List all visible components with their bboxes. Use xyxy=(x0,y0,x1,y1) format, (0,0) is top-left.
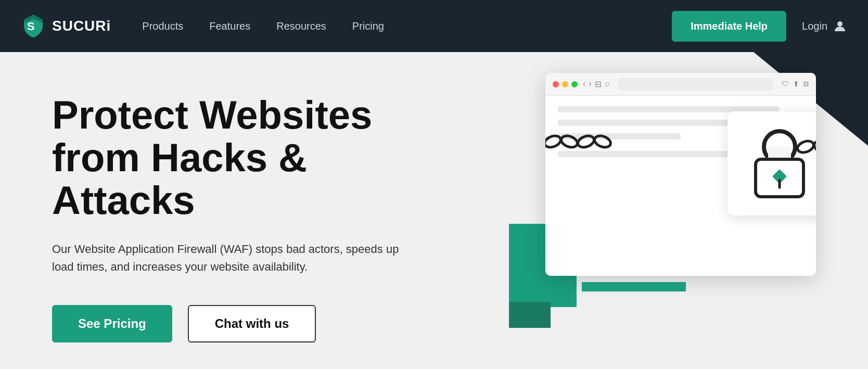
logo-text: SUCURi xyxy=(52,18,111,34)
nav-resources[interactable]: Resources xyxy=(276,20,326,32)
sucuri-logo-icon: S xyxy=(21,14,46,39)
login-area[interactable]: Login xyxy=(802,19,847,33)
svg-point-12 xyxy=(593,134,612,149)
svg-point-10 xyxy=(560,134,579,149)
nav-products[interactable]: Products xyxy=(142,20,183,32)
dot-red xyxy=(553,81,559,87)
tabs-icon: ⊟ xyxy=(595,79,602,89)
shield-icon: 🛡 xyxy=(782,80,789,88)
chat-with-us-button[interactable]: Chat with us xyxy=(188,305,316,342)
dot-green xyxy=(571,81,578,87)
svg-point-13 xyxy=(796,139,815,155)
navbar: S SUCURi Products Features Resources Pri… xyxy=(0,0,868,52)
share-icon: ⬆ xyxy=(793,80,799,88)
nav-links: Products Features Resources Pricing xyxy=(142,20,672,32)
browser-dots xyxy=(553,81,578,87)
search-icon: ⌕ xyxy=(605,79,610,89)
nav-features[interactable]: Features xyxy=(209,20,250,32)
lock-card xyxy=(727,111,816,215)
hero-buttons: See Pricing Chat with us xyxy=(52,305,416,342)
chain-right-icon xyxy=(795,131,816,162)
hero-section: Protect Websites from Hacks & Attacks Ou… xyxy=(0,52,868,369)
user-icon xyxy=(833,19,847,33)
hero-title: Protect Websites from Hacks & Attacks xyxy=(52,94,416,222)
see-pricing-button[interactable]: See Pricing xyxy=(52,305,172,342)
lock-card-container xyxy=(727,111,816,215)
svg-point-1 xyxy=(837,21,843,27)
browser-nav-icons: ‹ › ⊟ ⌕ xyxy=(583,79,610,89)
login-label: Login xyxy=(802,20,827,32)
browser-mockup-area: ‹ › ⊟ ⌕ 🛡 ⬆ ⧉ xyxy=(525,73,816,291)
logo-link[interactable]: S SUCURi xyxy=(21,14,111,39)
browser-window: ‹ › ⊟ ⌕ 🛡 ⬆ ⧉ xyxy=(545,73,816,276)
browser-content xyxy=(545,96,816,168)
content-line-2 xyxy=(558,120,730,126)
nav-pricing[interactable]: Pricing xyxy=(352,20,384,32)
browser-bar: ‹ › ⊟ ⌕ 🛡 ⬆ ⧉ xyxy=(545,73,816,96)
immediate-help-button[interactable]: Immediate Help xyxy=(672,11,786,42)
hero-content: Protect Websites from Hacks & Attacks Ou… xyxy=(0,52,448,369)
bottom-teal-strip xyxy=(582,282,686,291)
dot-yellow xyxy=(562,81,568,87)
nav-right: Immediate Help Login xyxy=(672,11,847,42)
forward-icon: › xyxy=(589,79,591,89)
hero-description: Our Website Application Firewall (WAF) s… xyxy=(52,240,406,276)
browser-action-icons: 🛡 ⬆ ⧉ xyxy=(782,80,809,88)
svg-text:S: S xyxy=(27,20,35,33)
back-icon: ‹ xyxy=(583,79,585,89)
svg-point-9 xyxy=(545,134,562,149)
svg-point-11 xyxy=(577,134,596,149)
browser-url-bar xyxy=(618,78,773,91)
chain-left-icon xyxy=(545,126,613,157)
expand-icon: ⧉ xyxy=(803,80,809,88)
